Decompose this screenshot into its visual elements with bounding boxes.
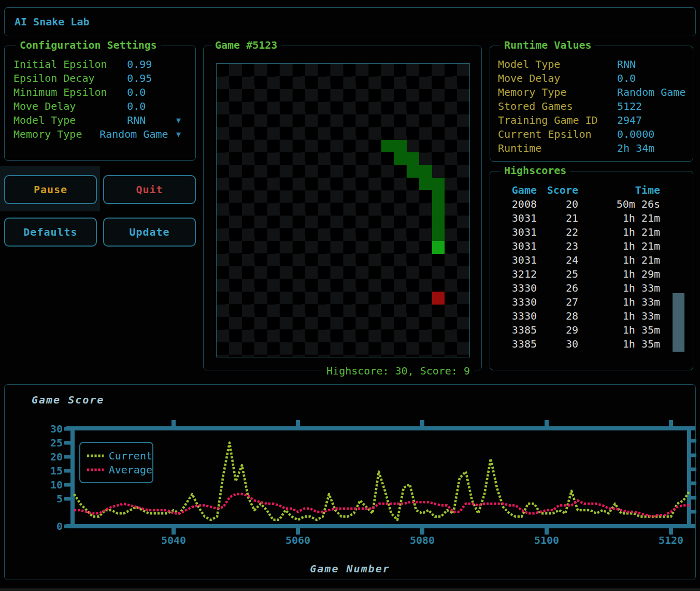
highscores-table: GameScoreTime20082050m 26s3031211h 21m30… xyxy=(490,183,693,351)
highscores-cell: 23 xyxy=(537,239,578,253)
x-axis-tick-label: 5100 xyxy=(534,534,559,546)
series-line-current xyxy=(74,443,690,520)
config-input-value[interactable]: 0.99 xyxy=(127,57,152,71)
runtime-row: Runtime2h 34m xyxy=(490,141,693,155)
config-row: Minimum Epsilon0.0 xyxy=(5,85,195,99)
pause-button[interactable]: Pause xyxy=(4,175,97,204)
highscores-header-row: GameScoreTime xyxy=(490,183,693,197)
config-select-value[interactable]: Random Game xyxy=(99,127,168,141)
y-axis-tick-label: 20 xyxy=(50,451,63,463)
runtime-row-value: 2947 xyxy=(617,113,642,127)
highscores-cell: 20 xyxy=(537,197,578,211)
config-row: Memory TypeRandom Game▼ xyxy=(5,127,195,141)
defaults-button[interactable]: Defaults xyxy=(4,218,97,247)
highscores-cell: 3212 xyxy=(501,267,537,281)
highscores-cell: 1h 35m xyxy=(578,323,660,337)
y-axis-tick-label: 0 xyxy=(56,520,63,532)
table-row: 3385301h 35m xyxy=(490,337,693,351)
snake-head xyxy=(432,241,445,253)
runtime-row-label: Memory Type xyxy=(498,85,617,99)
game-panel-title: Game #5123 xyxy=(211,39,281,51)
highscores-cell: 1h 35m xyxy=(578,337,660,351)
config-row: Initial Epsilon0.99 xyxy=(5,57,195,71)
highscores-cell: 3385 xyxy=(501,337,537,351)
app-window: AI Snake Lab Configuration Settings Init… xyxy=(0,0,700,591)
table-row: 20082050m 26s xyxy=(490,197,693,211)
config-row-label: Epsilon Decay xyxy=(13,71,127,85)
game-board xyxy=(216,63,470,357)
config-panel: Configuration Settings Initial Epsilon0.… xyxy=(4,46,196,161)
highscores-cell: 25 xyxy=(537,267,578,281)
y-axis-tick-label: 25 xyxy=(50,437,63,449)
highscores-column-header: Score xyxy=(537,183,578,197)
runtime-row-label: Move Delay xyxy=(498,71,617,85)
header-bar: AI Snake Lab xyxy=(4,7,696,36)
chart-x-axis-label: Game Number xyxy=(5,563,695,575)
game-panel: Game #5123 Highscore: 30, Score: 9 xyxy=(203,46,482,370)
chevron-down-icon[interactable]: ▼ xyxy=(176,127,181,141)
runtime-row: Current Epsilon0.0000 xyxy=(490,127,693,141)
highscores-cell: 21 xyxy=(537,211,578,225)
highscores-cell: 3031 xyxy=(501,239,537,253)
snake-body-segment xyxy=(432,178,445,241)
table-row: 3330261h 33m xyxy=(490,281,693,295)
runtime-rows: Model TypeRNNMove Delay0.0Memory TypeRan… xyxy=(490,57,693,155)
runtime-row: Training Game ID2947 xyxy=(490,113,693,127)
snake-body-segment xyxy=(394,152,419,165)
highscores-scrollbar-thumb[interactable] xyxy=(673,293,684,352)
update-button[interactable]: Update xyxy=(103,218,196,247)
pause-button-label: Pause xyxy=(34,183,67,196)
runtime-row-label: Stored Games xyxy=(498,99,617,113)
chevron-down-icon[interactable]: ▼ xyxy=(176,113,181,127)
snake-body-segment xyxy=(381,140,407,152)
runtime-row-value: 2h 34m xyxy=(617,141,654,155)
legend-item: Current xyxy=(80,449,152,463)
table-row: 3330281h 33m xyxy=(490,309,693,323)
table-row: 3031221h 21m xyxy=(490,225,693,239)
runtime-row-value: 0.0 xyxy=(617,71,636,85)
runtime-panel-title: Runtime Values xyxy=(501,39,595,51)
highscores-cell: 3385 xyxy=(501,323,537,337)
highscores-cell: 3330 xyxy=(501,309,537,323)
config-select-value[interactable]: RNN xyxy=(127,113,146,127)
y-axis-tick-label: 30 xyxy=(50,423,63,435)
highscores-cell: 3330 xyxy=(501,295,537,309)
highscores-panel: Highscores GameScoreTime20082050m 26s303… xyxy=(490,171,693,370)
quit-button-label: Quit xyxy=(136,183,163,196)
config-row-label: Model Type xyxy=(13,113,127,127)
config-row-label: Minimum Epsilon xyxy=(13,85,127,99)
snake-body-segment xyxy=(407,165,432,178)
y-axis-tick-label: 10 xyxy=(50,479,63,491)
config-row-label: Move Delay xyxy=(13,99,127,113)
config-input-value[interactable]: 0.0 xyxy=(127,85,146,99)
table-row: 3330271h 33m xyxy=(490,295,693,309)
quit-button[interactable]: Quit xyxy=(103,175,196,204)
highscores-cell: 3330 xyxy=(501,281,537,295)
runtime-row-label: Training Game ID xyxy=(498,113,617,127)
config-row-label: Memory Type xyxy=(13,127,99,141)
x-axis-tick-label: 5120 xyxy=(659,534,683,546)
config-input-value[interactable]: 0.95 xyxy=(127,71,152,85)
highscores-column-header: Time xyxy=(578,183,660,197)
highscores-column-header: Game xyxy=(501,183,537,197)
highscores-cell: 29 xyxy=(537,323,578,337)
legend-item: Average xyxy=(80,463,152,477)
highscores-cell: 1h 33m xyxy=(578,309,660,323)
config-row-label: Initial Epsilon xyxy=(13,57,127,71)
runtime-row: Stored Games5122 xyxy=(490,99,693,113)
highscores-cell: 2008 xyxy=(501,197,537,211)
runtime-row-label: Runtime xyxy=(498,141,617,155)
legend-swatch-average xyxy=(87,468,104,472)
highscores-cell: 22 xyxy=(537,225,578,239)
highscores-cell: 26 xyxy=(537,281,578,295)
highscores-cell: 27 xyxy=(537,295,578,309)
config-input-value[interactable]: 0.0 xyxy=(127,99,146,113)
x-axis-tick-label: 5080 xyxy=(410,534,435,546)
highscores-cell: 1h 21m xyxy=(578,253,660,267)
highscores-cell: 3031 xyxy=(501,211,537,225)
runtime-row-value: 0.0000 xyxy=(617,127,654,141)
highscores-cell: 1h 33m xyxy=(578,281,660,295)
app-title: AI Snake Lab xyxy=(5,16,90,28)
runtime-row: Move Delay0.0 xyxy=(490,71,693,85)
highscores-cell: 30 xyxy=(537,337,578,351)
